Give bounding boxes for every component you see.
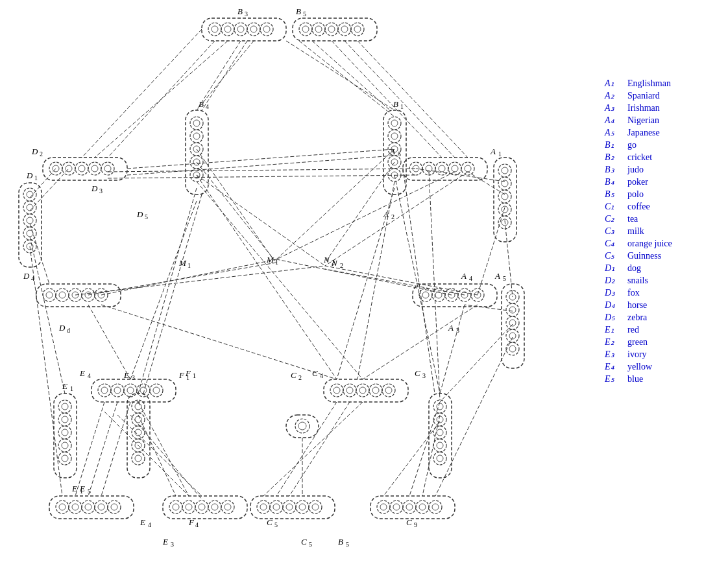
svg-point-19 (338, 23, 351, 36)
svg-point-90 (439, 165, 445, 172)
legend-item: E₂green (605, 336, 722, 348)
svg-text:1: 1 (400, 103, 404, 110)
legend-item: D₂snails (605, 275, 722, 286)
legend-key: B₄ (605, 176, 627, 187)
legend-item: E₄yellow (605, 361, 722, 372)
svg-point-192 (58, 426, 71, 439)
svg-line-316 (75, 402, 104, 496)
legend-value: Japanese (627, 128, 660, 138)
svg-line-351 (30, 237, 65, 394)
svg-text:B: B (237, 6, 243, 16)
svg-line-299 (197, 149, 273, 259)
svg-point-17 (312, 23, 325, 36)
svg-line-327 (383, 421, 440, 496)
svg-point-210 (437, 455, 443, 462)
svg-point-73 (27, 191, 33, 198)
legend-item: B₃judo (605, 164, 722, 175)
svg-point-180 (334, 387, 340, 394)
svg-line-322 (276, 402, 337, 496)
legend-key: D₄ (605, 300, 627, 311)
legend-key: A₄ (605, 115, 627, 126)
legend-item: D₅zebra (605, 312, 722, 323)
svg-point-146 (506, 303, 519, 316)
svg-line-345 (465, 305, 513, 311)
svg-point-252 (260, 504, 267, 510)
legend-item: D₄horse (605, 300, 722, 311)
svg-text:5: 5 (274, 521, 278, 528)
svg-point-218 (69, 501, 82, 513)
svg-point-92 (465, 165, 471, 172)
svg-point-91 (452, 165, 458, 172)
svg-point-225 (98, 504, 104, 510)
svg-text:C: C (301, 537, 307, 547)
svg-point-220 (95, 501, 108, 513)
svg-text:5: 5 (303, 10, 306, 18)
svg-line-323 (289, 402, 350, 496)
svg-point-233 (182, 501, 195, 513)
diagram-area: .node-group { fill: none; stroke: #333; … (0, 0, 598, 566)
svg-line-298 (108, 175, 416, 178)
svg-text:3: 3 (171, 541, 174, 548)
svg-point-8 (212, 26, 218, 32)
svg-text:1: 1 (275, 259, 278, 266)
svg-point-240 (212, 504, 218, 510)
svg-point-148 (506, 329, 519, 342)
svg-point-199 (62, 455, 68, 462)
svg-point-175 (330, 384, 343, 397)
svg-point-20 (351, 23, 364, 36)
svg-point-266 (429, 501, 442, 513)
legend-value: go (627, 140, 637, 150)
svg-point-10 (237, 26, 244, 32)
svg-text:B: B (393, 99, 398, 109)
svg-point-265 (416, 501, 429, 513)
svg-line-337 (325, 269, 465, 295)
svg-line-301 (197, 175, 325, 266)
svg-point-238 (186, 504, 192, 510)
svg-point-222 (59, 504, 66, 510)
svg-text:9: 9 (414, 521, 417, 528)
svg-point-213 (298, 422, 306, 430)
svg-line-335 (88, 305, 130, 379)
svg-text:1: 1 (186, 374, 189, 381)
svg-point-34 (193, 120, 200, 126)
svg-line-317 (88, 402, 117, 496)
svg-text:A: A (494, 271, 500, 281)
svg-point-9 (224, 26, 231, 32)
legend-value: poker (627, 177, 648, 187)
svg-point-239 (199, 504, 205, 510)
legend-value: blue (627, 374, 643, 384)
legend-item: B₄poker (605, 176, 722, 187)
svg-point-97 (498, 177, 511, 190)
svg-line-296 (127, 156, 394, 175)
legend-item: C₁coffee (605, 201, 722, 212)
svg-point-22 (315, 26, 322, 32)
svg-point-154 (509, 346, 516, 352)
legend-value: zebra (627, 312, 647, 323)
svg-point-253 (273, 504, 280, 510)
svg-point-5 (234, 23, 247, 36)
svg-point-275 (132, 426, 145, 439)
svg-point-86 (448, 162, 461, 175)
svg-point-237 (173, 504, 179, 510)
legend-item: E₅blue (605, 373, 722, 384)
svg-point-114 (56, 289, 69, 301)
legend-value: orange juice (627, 239, 672, 249)
svg-line-328 (138, 402, 189, 496)
legend-item: E₃ivory (605, 349, 722, 360)
svg-point-197 (62, 429, 68, 436)
svg-point-55 (49, 162, 62, 175)
svg-line-308 (130, 201, 197, 379)
svg-text:B: B (296, 6, 301, 16)
svg-line-325 (409, 402, 440, 496)
svg-text:2: 2 (340, 262, 343, 269)
svg-point-64 (104, 165, 111, 172)
legend-item: C₅Guinness (605, 250, 722, 261)
svg-point-204 (433, 439, 446, 452)
svg-point-57 (75, 162, 88, 175)
legend-item: E₁red (605, 324, 722, 335)
svg-point-248 (270, 501, 283, 513)
svg-point-221 (108, 501, 121, 513)
legend-value: red (627, 325, 639, 335)
svg-text:B: B (338, 537, 343, 547)
legend-key: D₃ (605, 287, 627, 298)
